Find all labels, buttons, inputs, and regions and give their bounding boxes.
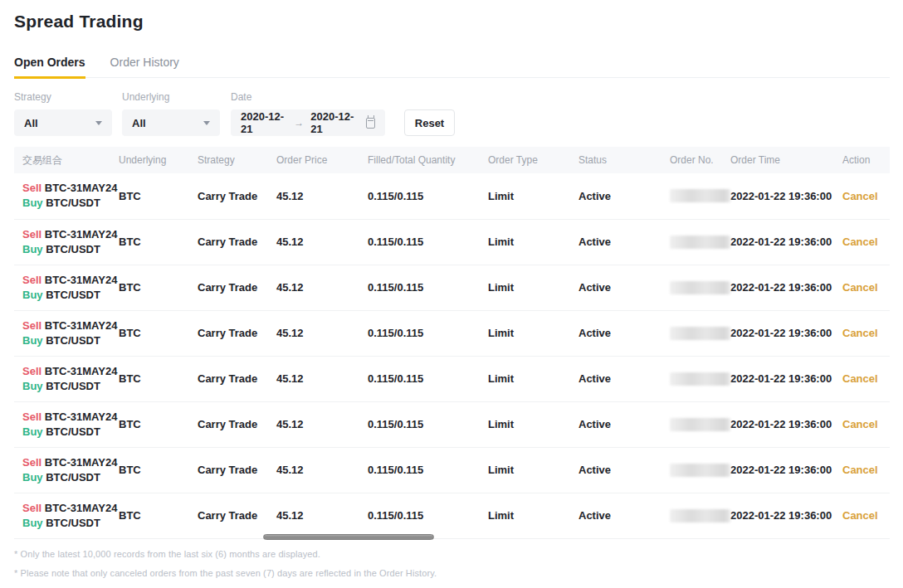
pair-cell: Sell BTC-31MAY24 Buy BTC/USDT: [14, 356, 119, 401]
cancel-order-link[interactable]: Cancel: [842, 372, 878, 385]
order-time-cell: 2022-01-22 19:36:00: [730, 447, 842, 493]
sell-leg: Sell BTC-31MAY24: [22, 410, 119, 425]
buy-side-label: Buy: [22, 243, 43, 255]
order-type-cell: Limit: [488, 401, 578, 447]
order-no-redacted: [670, 509, 730, 522]
order-no-cell: [670, 173, 730, 219]
buy-instrument: BTC/USDT: [46, 380, 100, 392]
cancel-order-link[interactable]: Cancel: [842, 281, 878, 294]
sell-leg: Sell BTC-31MAY24: [22, 227, 119, 242]
filled-total-cell: 0.115/0.115: [368, 173, 488, 219]
cancel-order-link[interactable]: Cancel: [842, 418, 878, 430]
sell-instrument: BTC-31MAY24: [45, 182, 118, 194]
cancel-order-link[interactable]: Cancel: [842, 236, 878, 248]
pair-cell: Sell BTC-31MAY24 Buy BTC/USDT: [14, 173, 119, 219]
sell-side-label: Sell: [22, 502, 41, 514]
action-cell: Cancel: [842, 219, 890, 265]
strategy-cell: Carry Trade: [198, 356, 276, 401]
order-time-cell: 2022-01-22 19:36:00: [730, 173, 842, 219]
col-header-action: Action: [842, 147, 890, 173]
strategy-select[interactable]: All: [14, 109, 112, 136]
arrow-right-icon: →: [294, 117, 304, 129]
order-type-cell: Limit: [488, 219, 578, 265]
status-cell: Active: [578, 310, 670, 356]
buy-leg: Buy BTC/USDT: [22, 333, 119, 348]
pair-cell: Sell BTC-31MAY24 Buy BTC/USDT: [14, 265, 119, 310]
status-cell: Active: [578, 356, 670, 401]
filled-total-cell: 0.115/0.115: [368, 265, 488, 310]
underlying-cell: BTC: [119, 401, 198, 447]
status-cell: Active: [578, 493, 670, 538]
pair-cell: Sell BTC-31MAY24 Buy BTC/USDT: [14, 447, 119, 493]
buy-side-label: Buy: [22, 517, 43, 529]
underlying-select[interactable]: All: [122, 109, 220, 136]
reset-button[interactable]: Reset: [404, 109, 455, 136]
date-range-picker[interactable]: 2020-12-21 → 2020-12-21: [231, 109, 385, 136]
action-cell: Cancel: [842, 356, 890, 401]
action-cell: Cancel: [842, 493, 890, 538]
order-type-cell: Limit: [488, 173, 578, 219]
buy-leg: Buy BTC/USDT: [22, 470, 119, 485]
underlying-cell: BTC: [119, 265, 198, 310]
open-orders-table: 交易组合 Underlying Strategy Order Price Fil…: [14, 147, 890, 539]
buy-side-label: Buy: [22, 471, 43, 484]
underlying-cell: BTC: [119, 310, 198, 356]
order-no-redacted: [670, 327, 730, 340]
sell-leg: Sell BTC-31MAY24: [22, 455, 119, 470]
sell-side-label: Sell: [22, 411, 41, 423]
order-no-cell: [670, 493, 730, 538]
buy-side-label: Buy: [22, 289, 43, 301]
buy-leg: Buy BTC/USDT: [22, 196, 119, 211]
order-no-redacted: [670, 464, 730, 477]
underlying-cell: BTC: [119, 173, 198, 219]
col-header-underlying: Underlying: [119, 147, 198, 173]
status-cell: Active: [578, 219, 670, 265]
table-row: Sell BTC-31MAY24 Buy BTC/USDT BTC Carry …: [14, 173, 890, 219]
order-no-redacted: [670, 236, 730, 249]
sell-leg: Sell BTC-31MAY24: [22, 501, 119, 516]
sell-instrument: BTC-31MAY24: [45, 411, 118, 423]
buy-instrument: BTC/USDT: [46, 289, 100, 301]
buy-instrument: BTC/USDT: [46, 243, 100, 255]
table-row: Sell BTC-31MAY24 Buy BTC/USDT BTC Carry …: [14, 447, 890, 493]
buy-leg: Buy BTC/USDT: [22, 288, 119, 303]
sell-instrument: BTC-31MAY24: [45, 502, 118, 514]
underlying-cell: BTC: [119, 219, 198, 265]
sell-instrument: BTC-31MAY24: [45, 319, 118, 332]
tab-open-orders[interactable]: Open Orders: [14, 56, 85, 79]
buy-side-label: Buy: [22, 197, 43, 209]
col-header-pair: 交易组合: [14, 147, 119, 173]
underlying-label: Underlying: [122, 91, 220, 103]
order-no-cell: [670, 447, 730, 493]
order-time-cell: 2022-01-22 19:36:00: [730, 493, 842, 538]
filled-total-cell: 0.115/0.115: [368, 447, 488, 493]
cancel-order-link[interactable]: Cancel: [842, 190, 878, 202]
orders-table-body: Sell BTC-31MAY24 Buy BTC/USDT BTC Carry …: [14, 173, 890, 538]
cancel-order-link[interactable]: Cancel: [842, 509, 878, 522]
pair-cell: Sell BTC-31MAY24 Buy BTC/USDT: [14, 219, 119, 265]
buy-leg: Buy BTC/USDT: [22, 242, 119, 257]
chevron-down-icon: [95, 121, 102, 125]
tab-bar: Open Orders Order History: [14, 56, 890, 78]
underlying-filter: Underlying All: [122, 91, 220, 136]
strategy-label: Strategy: [14, 91, 112, 103]
col-header-strategy: Strategy: [198, 147, 276, 173]
buy-leg: Buy BTC/USDT: [22, 379, 119, 394]
end-date-value: 2020-12-21: [310, 110, 357, 135]
order-type-cell: Limit: [488, 265, 578, 310]
strategy-cell: Carry Trade: [198, 173, 276, 219]
cancel-order-link[interactable]: Cancel: [842, 327, 878, 339]
order-price-cell: 45.12: [276, 219, 368, 265]
buy-instrument: BTC/USDT: [46, 334, 100, 347]
order-type-cell: Limit: [488, 493, 578, 538]
order-no-redacted: [670, 372, 730, 386]
buy-instrument: BTC/USDT: [46, 197, 100, 209]
tab-order-history[interactable]: Order History: [110, 56, 179, 77]
sell-side-label: Sell: [22, 228, 41, 241]
order-no-redacted: [670, 281, 730, 294]
horizontal-scrollbar-thumb[interactable]: [263, 534, 434, 540]
buy-leg: Buy BTC/USDT: [22, 425, 119, 440]
sell-instrument: BTC-31MAY24: [45, 228, 118, 241]
cancel-order-link[interactable]: Cancel: [842, 464, 878, 476]
order-price-cell: 45.12: [276, 310, 368, 356]
